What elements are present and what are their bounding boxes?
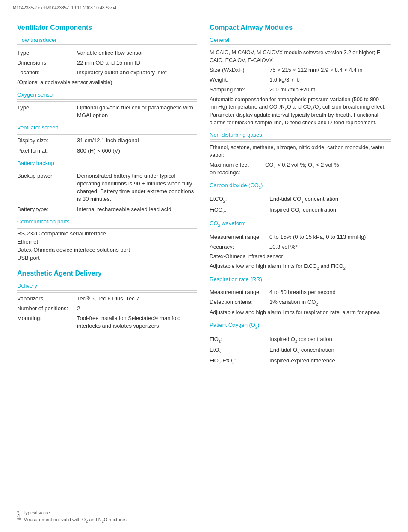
vaporizers-value: Tec® 5, Tec 6 Plus, Tec 7	[77, 295, 197, 303]
backup-power-label: Backup power:	[17, 172, 77, 203]
compact-airway-section-title: Compact Airway Modules	[210, 24, 391, 32]
size-row: Size (WxDxH): 75 × 215 × 112 mm/ 2.9 × 8…	[210, 66, 391, 74]
co2-accuracy-value: ±0.3 vol %*	[269, 243, 391, 251]
display-size-label: Display size:	[17, 137, 77, 144]
fio2-value: Inspired O2 concentration	[269, 335, 391, 344]
flow-type-label: Type:	[17, 49, 77, 57]
weight-label: Weight:	[210, 76, 269, 84]
weight-row: Weight: 1.6 kg/3.7 lb	[210, 76, 391, 84]
co2-accuracy-row: Accuracy: ±0.3 vol %*	[210, 243, 391, 251]
rr-detection-criteria-row: Detection criteria: 1% variation in CO2	[210, 298, 391, 307]
comm-item-datex: Datex-Ohmeda device interface solutions …	[17, 247, 197, 253]
co2-measurement-range-label: Measurement range:	[210, 233, 269, 241]
rr-measurement-range-label: Measurement range:	[210, 288, 269, 296]
flow-type-value: Variable orifice flow sensor	[77, 49, 197, 57]
flow-type-row: Type: Variable orifice flow sensor	[17, 49, 197, 57]
etco2-row: EtCO2: End-tidal CO2 concentration	[210, 195, 391, 204]
eto2-value: End-tidal O2 concentration	[269, 346, 391, 355]
fio2-eto2-label: FiO2-EtO2:	[210, 357, 269, 365]
fio2-row: FiO2: Inspired O2 concentration	[210, 335, 391, 344]
weight-value: 1.6 kg/3.7 lb	[269, 76, 391, 84]
comm-item-ethernet: Ethernet	[17, 238, 197, 245]
flow-transducer-subtitle: Flow transducer	[17, 37, 197, 45]
general-subtitle: General	[210, 37, 391, 45]
etco2-value: End-tidal CO2 concentration	[269, 195, 391, 204]
fico2-value: Inspired CO2 concentration	[269, 206, 391, 215]
ventilator-screen-subtitle: Ventilator screen	[17, 124, 197, 132]
co2-note1: Datex-Ohmeda infrared sensor	[210, 253, 391, 261]
etco2-label: EtCO2:	[210, 195, 269, 204]
general-intro: M-CAiO, M-CAiOV, M-CAiOVX module softwar…	[210, 49, 391, 64]
size-value: 75 × 215 × 112 mm/ 2.9 × 8.4 × 4.4 in	[269, 66, 391, 74]
vaporizers-label: Vaporizers:	[17, 295, 77, 303]
pixel-format-label: Pixel format:	[17, 147, 77, 155]
fio2-label: FiO2:	[210, 335, 269, 344]
footer-crosshair-icon	[200, 498, 208, 507]
general-description: Automatic compensation for atmospheric p…	[210, 96, 391, 127]
flow-dimensions-value: 22 mm OD and 15 mm ID	[77, 59, 197, 67]
fio2-eto2-value: Inspired-expired difference	[269, 357, 391, 365]
left-column: Ventilator Components Flow transducer Ty…	[17, 24, 197, 367]
oxygen-sensor-subtitle: Oxygen sensor	[17, 91, 197, 100]
size-label: Size (WxDxH):	[210, 66, 269, 74]
rr-subtitle: Respiration rate (RR)	[210, 276, 391, 284]
non-disturbing-description: Ethanol, acetone, methane, nitrogen, nit…	[210, 144, 391, 159]
rr-measurement-range-value: 4 to 60 breaths per second	[269, 288, 391, 296]
flow-dimensions-label: Dimensions:	[17, 59, 77, 67]
footer-note2: ** Measurement not valid with O2 and N2O…	[17, 517, 127, 523]
num-positions-row: Number of positions: 2	[17, 305, 197, 312]
patient-oxygen-subtitle: Patient Oxygen (O2)	[210, 322, 391, 331]
max-effect-label: Maximum effecton readings:	[210, 161, 265, 176]
eto2-label: EtO2:	[210, 346, 269, 355]
mounting-value: Tool-free installation Selectatec® manif…	[77, 314, 197, 330]
crosshair-icon	[228, 3, 236, 12]
footer: * Typical value ** Measurement not valid…	[17, 498, 391, 523]
right-column: Compact Airway Modules General M-CAiO, M…	[210, 24, 391, 367]
comm-item-rs232: RS-232C compatible serial interface	[17, 230, 197, 237]
ventilator-section-title: Ventilator Components	[17, 24, 197, 32]
display-size-row: Display size: 31 cm/12.1 inch diagonal	[17, 137, 197, 144]
oxygen-type-label: Type:	[17, 104, 77, 119]
co2-accuracy-label: Accuracy:	[210, 243, 269, 251]
oxygen-type-value: Optional galvanic fuel cell or paramagne…	[77, 104, 197, 119]
max-effect-row: Maximum effecton readings: CO2 < 0.2 vol…	[210, 161, 391, 176]
flow-location-label: Location:	[17, 69, 77, 76]
carbon-dioxide-subtitle: Carbon dioxide (CO2)	[210, 182, 391, 191]
page-number: 4	[17, 513, 20, 519]
fico2-label: FiCO2:	[210, 206, 269, 215]
anesthetic-section-title: Anesthetic Agent Delivery	[17, 270, 197, 277]
mounting-label: Mounting:	[17, 314, 77, 330]
co2-measurement-range-row: Measurement range: 0 to 15% (0 to 15 kPa…	[210, 233, 391, 241]
vaporizers-row: Vaporizers: Tec® 5, Tec 6 Plus, Tec 7	[17, 295, 197, 303]
flow-dimensions-row: Dimensions: 22 mm OD and 15 mm ID	[17, 59, 197, 67]
page-header: M1042385-2.qxd:M1042385-1 19.11.2008 10:…	[0, 0, 408, 15]
rr-detection-criteria-value: 1% variation in CO2	[269, 298, 391, 307]
backup-power-value: Demonstrated battery time under typical …	[77, 172, 197, 203]
pixel-format-row: Pixel format: 800 (H) × 600 (V)	[17, 147, 197, 155]
delivery-subtitle: Delivery	[17, 282, 197, 291]
fio2-eto2-row: FiO2-EtO2: Inspired-expired difference	[210, 357, 391, 365]
battery-type-label: Battery type:	[17, 206, 77, 213]
non-disturbing-subtitle: Non-disturbing gases:	[210, 132, 391, 140]
oxygen-type-row: Type: Optional galvanic fuel cell or par…	[17, 104, 197, 119]
rr-detection-criteria-label: Detection criteria:	[210, 298, 269, 307]
co2-waveform-subtitle: CO2 waveform	[210, 220, 391, 229]
flow-location-row: Location: Inspiratory outlet and expirat…	[17, 69, 197, 76]
battery-type-value: Internal rechargeable sealed lead acid	[77, 206, 197, 213]
sampling-rate-label: Sampling rate:	[210, 86, 269, 94]
battery-type-row: Battery type: Internal rechargeable seal…	[17, 206, 197, 213]
eto2-row: EtO2: End-tidal O2 concentration	[210, 346, 391, 355]
main-content: Ventilator Components Flow transducer Ty…	[0, 15, 408, 385]
max-effect-value: CO2 < 0.2 vol %; O2 < 2 vol %	[265, 161, 391, 176]
display-size-value: 31 cm/12.1 inch diagonal	[77, 137, 197, 144]
flow-location-value: Inspiratory outlet and expiratory inlet	[77, 69, 197, 76]
num-positions-value: 2	[77, 305, 197, 312]
comm-item-usb: USB port	[17, 255, 197, 261]
rr-note: Adjustable low and high alarm limits for…	[210, 309, 391, 317]
flow-note: (Optional autoclavable sensor available)	[17, 79, 197, 87]
co2-note2: Adjustable low and high alarm limits for…	[210, 263, 391, 271]
fico2-row: FiCO2: Inspired CO2 concentration	[210, 206, 391, 215]
co2-measurement-range-value: 0 to 15% (0 to 15 kPa, 0 to 113 mmHg)	[269, 233, 391, 241]
battery-backup-subtitle: Battery backup	[17, 160, 197, 168]
footer-crosshair-container	[17, 498, 391, 507]
